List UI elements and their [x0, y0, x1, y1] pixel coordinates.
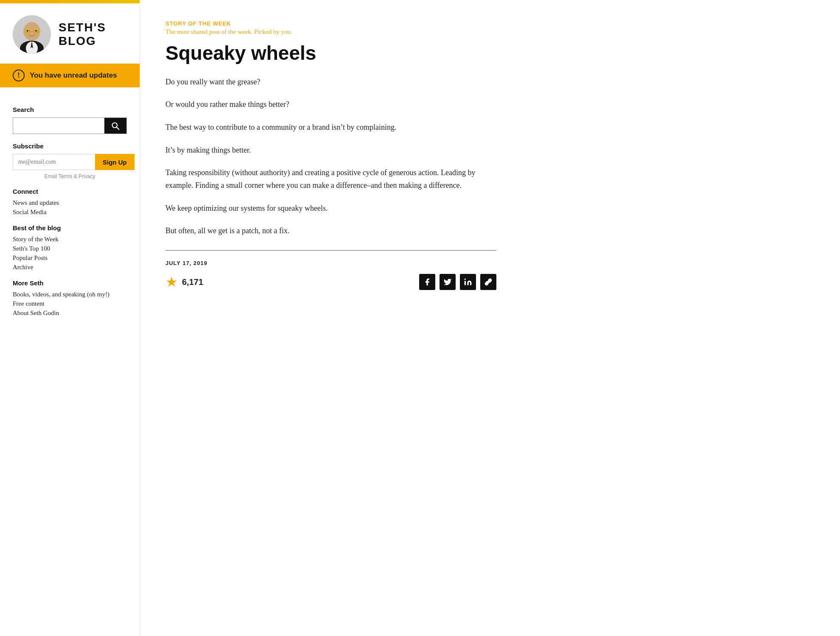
post-date: JULY 17, 2019: [165, 260, 496, 266]
story-subtitle: The most shared post of the week. Picked…: [165, 28, 496, 36]
sidebar-item-seths-top-100[interactable]: Seth's Top 100: [13, 245, 127, 252]
logo-area: SETH'S BLOG: [0, 3, 140, 64]
avatar: [13, 15, 51, 53]
svg-point-9: [35, 30, 37, 32]
paragraph-2: Or would you rather make things better?: [165, 98, 496, 111]
svg-point-13: [465, 279, 466, 280]
alert-icon: !: [13, 70, 25, 81]
top-bar: [0, 0, 140, 3]
sidebar-item-free-content[interactable]: Free content: [13, 300, 127, 307]
paragraph-3: The best way to contribute to a communit…: [165, 121, 496, 134]
best-label: Best of the blog: [13, 224, 127, 232]
more-seth-label: More Seth: [13, 279, 127, 287]
unread-banner[interactable]: ! You have unread updates: [0, 64, 140, 87]
email-terms[interactable]: Email Terms & Privacy: [13, 173, 127, 179]
post-divider: [165, 250, 496, 251]
connect-label: Connect: [13, 188, 127, 195]
paragraph-4: It’s by making things better.: [165, 144, 496, 157]
paragraph-6: We keep optimizing our systems for squea…: [165, 202, 496, 215]
sidebar-item-books[interactable]: Books, videos, and speaking (oh my!): [13, 291, 127, 298]
star-icon: ★: [165, 274, 178, 290]
sidebar: SETH'S BLOG ! You have unread updates Se…: [0, 0, 140, 636]
main-content: STORY OF THE WEEK The most shared post o…: [140, 0, 522, 636]
paragraph-7: But often, all we get is a patch, not a …: [165, 225, 496, 237]
signup-button[interactable]: Sign Up: [95, 154, 134, 170]
star-count: ★ 6,171: [165, 274, 203, 290]
blog-title: SETH'S BLOG: [59, 21, 127, 48]
sidebar-content: Search Subscribe Sign Up Email Terms & P…: [0, 87, 140, 329]
story-label: STORY OF THE WEEK: [165, 20, 496, 27]
copy-link-button[interactable]: [480, 274, 496, 290]
search-button[interactable]: [104, 118, 126, 134]
count-number: 6,171: [182, 277, 203, 287]
sidebar-item-social[interactable]: Social Media: [13, 209, 127, 216]
search-box: [13, 117, 127, 134]
facebook-share-button[interactable]: [419, 274, 435, 290]
sidebar-item-about[interactable]: About Seth Godin: [13, 310, 127, 317]
subscribe-row: Sign Up: [13, 154, 127, 170]
sidebar-item-popular-posts[interactable]: Popular Posts: [13, 254, 127, 262]
sidebar-item-story-of-week[interactable]: Story of the Week: [13, 236, 127, 243]
email-input[interactable]: [13, 154, 95, 170]
post-title: Squeaky wheels: [165, 42, 496, 64]
subscribe-area: Subscribe Sign Up Email Terms & Privacy: [13, 142, 127, 179]
search-label: Search: [13, 106, 127, 113]
paragraph-1: Do you really want the grease?: [165, 76, 496, 89]
search-input[interactable]: [13, 118, 104, 134]
share-icons: [419, 274, 496, 290]
unread-text: You have unread updates: [30, 71, 117, 80]
twitter-share-button[interactable]: [440, 274, 456, 290]
svg-point-8: [27, 30, 28, 32]
sidebar-item-news[interactable]: News and updates: [13, 199, 127, 206]
post-body: Do you really want the grease? Or would …: [165, 76, 496, 238]
post-footer: ★ 6,171: [165, 274, 496, 290]
svg-line-11: [117, 127, 119, 129]
linkedin-share-button[interactable]: [460, 274, 476, 290]
paragraph-5: Taking responsibility (without authority…: [165, 167, 496, 192]
sidebar-item-archive[interactable]: Archive: [13, 264, 127, 271]
svg-rect-12: [465, 281, 466, 285]
subscribe-label: Subscribe: [13, 142, 127, 150]
